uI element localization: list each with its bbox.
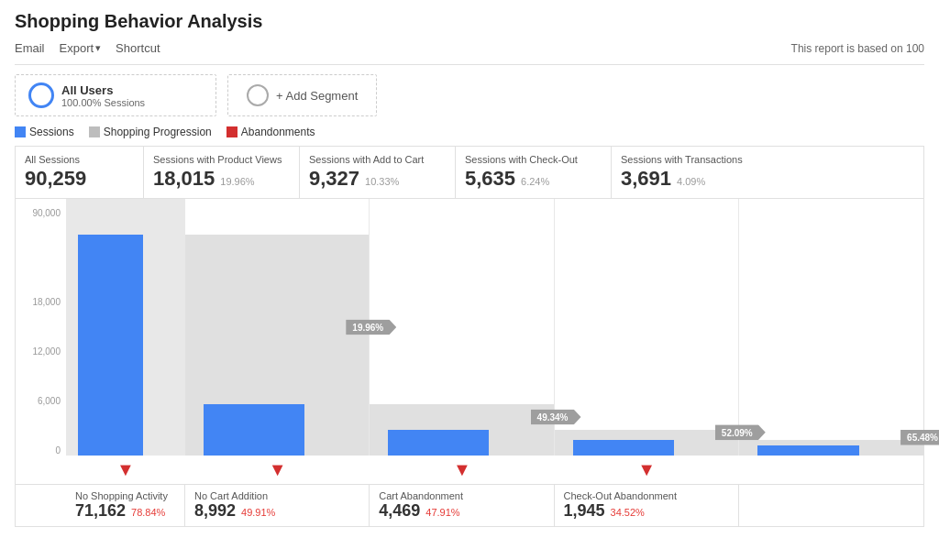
bar-blue-2 xyxy=(388,430,489,456)
chevron-down-icon: ▾ xyxy=(95,42,101,54)
export-button[interactable]: Export xyxy=(60,39,94,57)
sessions-legend-label: Sessions xyxy=(29,126,74,138)
abandon-value-3: 1,945 xyxy=(564,501,605,521)
legend-progression: Shopping Progression xyxy=(89,126,212,138)
metric-checkout: Sessions with Check-Out 5,635 6.24% xyxy=(456,147,612,198)
abandon-cell-empty xyxy=(739,485,923,526)
y-label-0: 90,000 xyxy=(16,208,61,218)
abandon-pct-3: 34.52% xyxy=(611,507,645,518)
arrow-label-4: 65.48% xyxy=(900,430,939,445)
down-arrow-icon-2: ▼ xyxy=(453,459,471,480)
abandonments-legend-icon xyxy=(226,126,238,137)
arrow-label-2: 49.34% xyxy=(531,410,581,425)
abandon-title-0: No Shopping Activity xyxy=(75,490,175,501)
metric-transactions: Sessions with Transactions 3,691 4.09% xyxy=(612,147,768,198)
metrics-header: All Sessions 90,259 Sessions with Produc… xyxy=(16,147,923,199)
arrow-label-3: 52.09% xyxy=(715,424,766,440)
down-arrow-icon-1: ▼ xyxy=(269,459,287,480)
abandon-labels-row: No Shopping Activity 71,162 78.84% No Ca… xyxy=(16,485,923,526)
metric-value-3: 5,635 xyxy=(465,167,515,191)
page-container: Shopping Behavior Analysis Email Export … xyxy=(0,0,939,538)
report-notice: This report is based on 100 xyxy=(791,42,924,55)
chart-section: All Sessions 90,259 Sessions with Produc… xyxy=(15,146,924,527)
bar-col-4: 65.48% xyxy=(739,199,923,456)
bar-col-1: 19.96% xyxy=(185,199,370,456)
email-button[interactable]: Email xyxy=(15,39,45,57)
segment-bar: All Users 100.00% Sessions + Add Segment xyxy=(15,74,924,116)
export-dropdown[interactable]: Export ▾ xyxy=(60,39,102,57)
bar-col-0 xyxy=(66,199,185,456)
abandon-value-1: 8,992 xyxy=(194,501,236,521)
metric-value-0: 90,259 xyxy=(25,167,86,191)
metric-label-4: Sessions with Transactions xyxy=(621,154,758,165)
abandon-pct-2: 47.91% xyxy=(425,507,459,518)
chart-legend: Sessions Shopping Progression Abandonmen… xyxy=(15,126,924,138)
metric-value-1: 18,015 xyxy=(153,167,215,191)
metric-label-2: Sessions with Add to Cart xyxy=(309,154,446,165)
abandon-arrow-0: ▼ xyxy=(66,456,185,484)
abandon-title-2: Cart Abandonment xyxy=(379,490,544,501)
abandon-cell-0: No Shopping Activity 71,162 78.84% xyxy=(66,485,185,526)
progression-legend-icon xyxy=(89,126,100,137)
abandon-arrow-spacer-right xyxy=(739,456,923,484)
legend-abandonments: Abandonments xyxy=(226,126,315,138)
abandon-pct-0: 78.84% xyxy=(131,507,165,518)
abandon-cell-1: No Cart Addition 8,992 49.91% xyxy=(185,485,370,526)
add-segment-button[interactable]: + Add Segment xyxy=(227,74,377,116)
abandon-cell-3: Check-Out Abandonment 1,945 34.52% xyxy=(555,485,739,526)
abandon-cell-2: Cart Abandonment 4,469 47.91% xyxy=(370,485,554,526)
abandonments-legend-label: Abandonments xyxy=(241,126,315,138)
arrow-label-1: 19.96% xyxy=(346,320,396,335)
abandon-label-spacer xyxy=(16,485,66,526)
add-segment-circle-icon xyxy=(247,84,269,106)
metric-pct-1: 19.96% xyxy=(220,176,254,187)
add-segment-label: + Add Segment xyxy=(276,89,358,103)
metric-label-1: Sessions with Product Views xyxy=(153,154,290,165)
abandon-value-0: 71,162 xyxy=(75,501,126,521)
metric-pct-2: 10.33% xyxy=(365,176,399,187)
shortcut-button[interactable]: Shortcut xyxy=(116,39,160,57)
bars-grid: 19.96% 49.34% xyxy=(66,199,923,456)
bar-blue-3 xyxy=(573,440,674,456)
sessions-legend-icon xyxy=(15,126,26,137)
y-axis: 90,000 18,000 12,000 6,000 0 xyxy=(16,199,66,456)
abandon-value-2: 4,469 xyxy=(379,501,420,521)
abandon-arrow-2: ▼ xyxy=(370,456,554,484)
y-label-5: 0 xyxy=(16,445,61,456)
abandon-arrows-row: ▼ ▼ ▼ ▼ xyxy=(16,456,923,485)
metric-all-sessions: All Sessions 90,259 xyxy=(16,147,144,198)
segment-sub: 100.00% Sessions xyxy=(61,97,145,108)
down-arrow-icon-0: ▼ xyxy=(116,459,135,480)
metric-add-to-cart: Sessions with Add to Cart 9,327 10.33% xyxy=(300,147,456,198)
metric-value-4: 3,691 xyxy=(621,167,671,191)
progression-legend-label: Shopping Progression xyxy=(104,126,212,138)
abandon-title-3: Check-Out Abandonment xyxy=(564,490,729,501)
segment-name: All Users xyxy=(61,83,145,97)
bar-blue-4 xyxy=(757,445,859,456)
chart-with-yaxis: 90,000 18,000 12,000 6,000 0 xyxy=(16,199,923,456)
y-label-4: 6,000 xyxy=(16,396,61,406)
page-title: Shopping Behavior Analysis xyxy=(15,11,924,32)
metric-label-0: All Sessions xyxy=(25,154,134,165)
bar-blue-1 xyxy=(204,404,304,456)
abandon-arrow-3: ▼ xyxy=(555,456,739,484)
abandon-pct-1: 49.91% xyxy=(241,507,275,518)
metric-pct-3: 6.24% xyxy=(521,176,549,187)
bar-col-3: 52.09% xyxy=(555,199,739,456)
metric-product-views: Sessions with Product Views 18,015 19.96… xyxy=(144,147,300,198)
all-users-segment[interactable]: All Users 100.00% Sessions xyxy=(15,74,216,116)
y-label-3: 12,000 xyxy=(16,346,61,357)
abandon-title-1: No Cart Addition xyxy=(194,490,359,501)
abandon-arrow-spacer-left xyxy=(16,456,66,484)
metric-value-2: 9,327 xyxy=(309,167,359,191)
legend-sessions: Sessions xyxy=(15,126,74,138)
metric-label-3: Sessions with Check-Out xyxy=(465,154,602,165)
bar-col-2: 49.34% xyxy=(370,199,554,456)
y-label-2: 18,000 xyxy=(16,297,61,307)
abandon-arrow-1: ▼ xyxy=(185,456,370,484)
segment-circle-icon xyxy=(28,82,54,108)
down-arrow-icon-3: ▼ xyxy=(637,459,656,480)
metric-pct-4: 4.09% xyxy=(677,176,705,187)
toolbar: Email Export ▾ Shortcut This report is b… xyxy=(15,39,924,65)
bar-blue-0 xyxy=(78,235,143,456)
